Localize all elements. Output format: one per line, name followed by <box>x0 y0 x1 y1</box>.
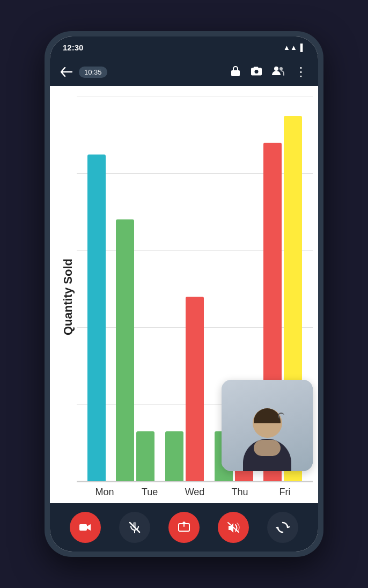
back-button[interactable] <box>61 67 72 77</box>
phone-frame: 12:30 ▲▲ ▌ 10:35 <box>45 31 323 557</box>
person-hair <box>254 408 281 423</box>
bar-tue-green2 <box>136 431 154 481</box>
video-thumbnail[interactable] <box>222 380 313 471</box>
rotate-button[interactable] <box>267 512 298 543</box>
video-button[interactable] <box>70 512 101 543</box>
speaker-button[interactable] <box>218 512 249 543</box>
status-bar: 12:30 ▲▲ ▌ <box>50 36 318 58</box>
bottom-controls <box>50 503 318 552</box>
session-time-badge: 10:35 <box>79 67 107 78</box>
share-button[interactable] <box>168 512 200 543</box>
signal-icon: ▲▲ <box>283 43 297 52</box>
day-group-tue <box>116 97 154 481</box>
svg-point-1 <box>255 70 259 74</box>
bar-wed-green <box>165 431 183 481</box>
x-label-wed: Wed <box>179 487 211 498</box>
phone-screen: 12:30 ▲▲ ▌ 10:35 <box>50 36 318 552</box>
y-axis-label: Quantity Sold <box>55 97 77 498</box>
bar-wed-red <box>186 297 204 481</box>
toolbar-actions: ⋮ <box>230 64 307 79</box>
svg-rect-0 <box>231 70 240 76</box>
status-icons: ▲▲ ▌ <box>283 43 305 52</box>
x-label-mon: Mon <box>89 487 121 498</box>
video-person <box>222 380 313 471</box>
bar-mon-cyan <box>87 155 106 481</box>
day-group-wed <box>165 97 204 481</box>
lock-icon[interactable] <box>230 65 241 79</box>
x-axis-labels: Mon Tue Wed Thu Fri <box>77 482 313 498</box>
camera-icon[interactable] <box>251 66 262 78</box>
x-label-tue: Tue <box>134 487 166 498</box>
toolbar: 10:35 <box>50 58 318 86</box>
day-group-mon <box>87 97 106 481</box>
more-options-icon[interactable]: ⋮ <box>295 64 307 79</box>
people-icon[interactable] <box>272 66 285 78</box>
x-label-fri: Fri <box>269 487 301 498</box>
mute-button[interactable] <box>119 512 150 543</box>
battery-icon: ▌ <box>300 43 305 52</box>
svg-rect-4 <box>79 524 87 531</box>
svg-point-3 <box>279 67 283 70</box>
status-time: 12:30 <box>63 43 83 52</box>
x-label-thu: Thu <box>224 487 256 498</box>
person-head <box>253 408 282 438</box>
svg-point-2 <box>274 67 278 71</box>
bar-tue-green <box>116 219 134 481</box>
chart-container: Quantity Sold <box>50 86 318 503</box>
